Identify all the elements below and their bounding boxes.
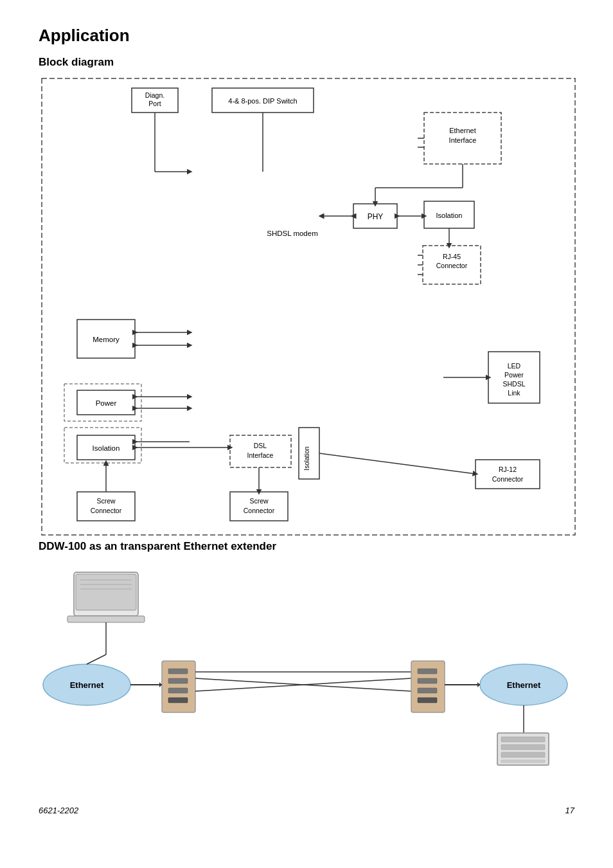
svg-text:Interface: Interface xyxy=(247,451,274,459)
svg-rect-102 xyxy=(501,760,545,763)
svg-line-59 xyxy=(319,453,475,474)
ethernet-diagram-svg: Ethernet Ethernet xyxy=(39,559,578,778)
svg-rect-79 xyxy=(168,678,188,683)
svg-text:PHY: PHY xyxy=(368,212,384,221)
svg-marker-96 xyxy=(477,682,480,687)
block-diagram-title: Block diagram xyxy=(39,56,574,69)
svg-text:RJ-45: RJ-45 xyxy=(443,253,461,260)
svg-text:Connector: Connector xyxy=(91,507,122,514)
svg-text:Screw: Screw xyxy=(96,497,116,505)
svg-rect-69 xyxy=(76,574,136,610)
svg-text:Ethernet: Ethernet xyxy=(70,680,104,690)
svg-text:SHDSL: SHDSL xyxy=(502,380,525,388)
svg-text:SHDSL modem: SHDSL modem xyxy=(267,230,317,237)
svg-rect-99 xyxy=(501,737,545,742)
svg-rect-101 xyxy=(501,752,545,757)
svg-line-84 xyxy=(87,655,106,664)
svg-text:Isolation: Isolation xyxy=(436,212,463,219)
svg-text:Power: Power xyxy=(96,399,117,407)
page-footer: 6621-2202 17 xyxy=(39,806,574,815)
footer-left: 6621-2202 xyxy=(39,806,78,815)
svg-text:Ethernet: Ethernet xyxy=(449,127,476,134)
svg-text:Power: Power xyxy=(504,371,524,379)
svg-rect-36 xyxy=(475,460,540,489)
svg-text:Link: Link xyxy=(508,389,520,397)
svg-text:Diagn.: Diagn. xyxy=(145,91,164,99)
svg-text:Connector: Connector xyxy=(492,475,524,483)
svg-text:Screw: Screw xyxy=(249,497,269,505)
svg-text:Connector: Connector xyxy=(436,262,468,269)
page-title: Application xyxy=(39,26,574,46)
svg-rect-92 xyxy=(418,698,437,703)
block-diagram-svg: Diagn. Port 4-& 8-pos. DIP Switch Ethern… xyxy=(39,75,578,538)
svg-text:DSL: DSL xyxy=(254,442,267,449)
svg-rect-73 xyxy=(67,616,145,622)
svg-rect-100 xyxy=(501,745,545,750)
svg-text:Isolation: Isolation xyxy=(303,446,310,470)
svg-rect-80 xyxy=(168,688,188,693)
ethernet-diagram: Ethernet Ethernet xyxy=(39,559,574,780)
svg-rect-91 xyxy=(418,688,437,693)
svg-rect-81 xyxy=(168,698,188,703)
svg-text:Memory: Memory xyxy=(93,336,120,343)
svg-rect-90 xyxy=(418,678,437,683)
svg-text:Port: Port xyxy=(148,100,161,107)
svg-text:4-& 8-pos. DIP Switch: 4-& 8-pos. DIP Switch xyxy=(228,97,297,105)
svg-text:LED: LED xyxy=(508,362,521,370)
svg-rect-89 xyxy=(418,669,437,674)
svg-text:RJ-12: RJ-12 xyxy=(499,466,517,473)
svg-text:Connector: Connector xyxy=(244,507,275,514)
block-diagram: Diagn. Port 4-& 8-pos. DIP Switch Ethern… xyxy=(39,75,574,540)
svg-text:Interface: Interface xyxy=(449,136,477,144)
svg-rect-78 xyxy=(168,669,188,674)
footer-right: 17 xyxy=(565,806,574,815)
ethernet-section-title: DDW-100 as an transparent Ethernet exten… xyxy=(39,540,574,553)
svg-text:Isolation: Isolation xyxy=(93,444,120,452)
svg-text:Ethernet: Ethernet xyxy=(507,680,541,690)
